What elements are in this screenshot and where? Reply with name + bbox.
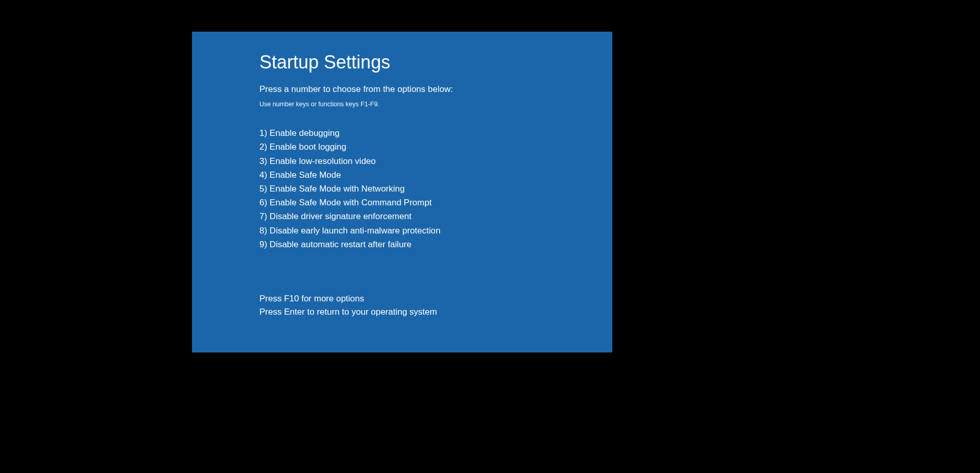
option-label: Enable Safe Mode [270,170,341,180]
option-label: Enable Safe Mode with Networking [270,184,405,194]
option-key: 1 [259,128,264,138]
startup-options-list: 1) Enable debugging 2) Enable boot loggi… [259,126,582,251]
option-5-enable-safe-mode-networking[interactable]: 5) Enable Safe Mode with Networking [259,182,582,196]
key-hint-text: Use number keys or functions keys F1-F9. [259,101,582,108]
option-4-enable-safe-mode[interactable]: 4) Enable Safe Mode [259,168,582,182]
option-label: Enable Safe Mode with Command Prompt [270,198,432,207]
option-9-disable-auto-restart[interactable]: 9) Disable automatic restart after failu… [259,238,582,251]
option-2-enable-boot-logging[interactable]: 2) Enable boot logging [259,140,582,154]
option-label: Disable early launch anti-malware protec… [270,226,441,235]
footer-more-options: Press F10 for more options [259,292,582,305]
option-key: 4 [259,170,264,180]
option-label: Enable debugging [270,128,340,138]
option-label: Enable low-resolution video [270,156,376,166]
option-label: Disable driver signature enforcement [270,211,412,221]
option-key: 5 [259,184,264,194]
page-title: Startup Settings [259,51,582,73]
option-8-disable-early-launch-antimalware[interactable]: 8) Disable early launch anti-malware pro… [259,224,582,238]
instruction-text: Press a number to choose from the option… [259,84,582,94]
screen: Startup Settings Press a number to choos… [0,0,980,473]
option-key: 7 [259,211,264,221]
option-label: Enable boot logging [270,142,346,152]
option-7-disable-driver-sig[interactable]: 7) Disable driver signature enforcement [259,209,582,223]
option-1-enable-debugging[interactable]: 1) Enable debugging [259,126,582,140]
option-key: 6 [259,198,264,207]
footer-return-os: Press Enter to return to your operating … [259,305,582,319]
option-key: 8 [259,226,264,235]
option-label: Disable automatic restart after failure [270,240,412,249]
option-3-enable-low-res-video[interactable]: 3) Enable low-resolution video [259,154,582,168]
option-6-enable-safe-mode-cmd[interactable]: 6) Enable Safe Mode with Command Prompt [259,196,582,209]
option-key: 3 [259,156,264,166]
startup-settings-panel: Startup Settings Press a number to choos… [192,32,612,352]
option-key: 2 [259,142,264,152]
option-key: 9 [259,240,264,249]
